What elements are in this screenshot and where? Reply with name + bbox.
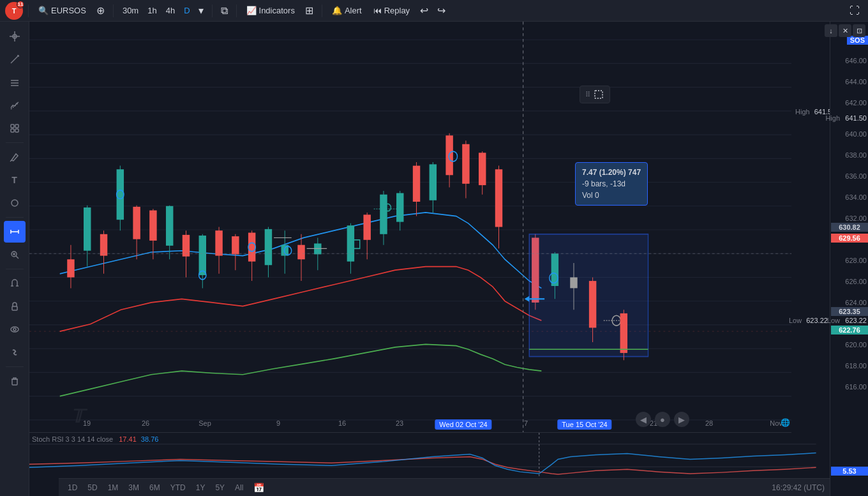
nav-next[interactable]: ▶: [674, 412, 689, 427]
circle-tool[interactable]: [4, 192, 26, 214]
price-badge-630: 630.82: [831, 223, 868, 232]
text-tool[interactable]: T: [4, 169, 26, 191]
pen-tool[interactable]: [4, 146, 26, 168]
svg-rect-67: [215, 230, 222, 255]
crosshair-tool[interactable]: [4, 26, 26, 47]
svg-rect-125: [620, 313, 627, 353]
replay-icon: ⏮: [373, 6, 382, 15]
price-620: 620.00: [845, 341, 867, 349]
zoom-tool[interactable]: [4, 244, 26, 266]
redo-btn[interactable]: ↪: [434, 3, 449, 19]
draw-tool[interactable]: [4, 49, 26, 70]
svg-rect-9: [15, 124, 19, 128]
calendar-btn[interactable]: 📅: [250, 481, 268, 494]
sep2: [113, 4, 114, 17]
nav-prev[interactable]: ◀: [636, 412, 651, 427]
axis-nav: ↓ ✕ ⊡: [822, 22, 868, 40]
price-badge-622: 622.76: [831, 326, 868, 334]
date-9: 9: [276, 419, 280, 427]
svg-rect-97: [413, 166, 420, 202]
date-23: 23: [396, 419, 403, 427]
period-all[interactable]: All: [231, 482, 247, 493]
date-highlight-oct2: Wed 02 Oct '24: [435, 419, 491, 430]
tf-4h[interactable]: 4h: [162, 4, 179, 17]
svg-rect-106: [479, 153, 486, 185]
eye-tool[interactable]: [4, 319, 26, 340]
date-16: 16: [338, 419, 346, 427]
drag-icon: ⠿: [585, 91, 590, 99]
svg-rect-10: [11, 129, 14, 132]
regression-tool[interactable]: [4, 94, 26, 116]
chart-type-btn[interactable]: ⧉: [218, 3, 231, 19]
logo[interactable]: T 11: [5, 2, 23, 20]
period-3m[interactable]: 3M: [124, 482, 143, 493]
date-26: 26: [142, 419, 149, 427]
timeframe-selector: 30m 1h 4h D ▾: [119, 3, 207, 19]
toolbar: T 11 🔍 EURSOS ⊕ 30m 1h 4h D ▾ ⧉ 📈 Indica…: [0, 0, 868, 22]
rsi-value1: 17.41: [119, 435, 137, 443]
svg-rect-11: [15, 129, 19, 132]
svg-rect-104: [462, 144, 469, 184]
selection-tool-widget[interactable]: ⠿: [580, 86, 610, 103]
tf-dropdown[interactable]: ▾: [195, 3, 207, 19]
trash-tool[interactable]: [4, 370, 26, 392]
search-symbol[interactable]: 🔍 EURSOS: [34, 4, 91, 17]
price-628: 628.00: [845, 257, 867, 264]
nav-play[interactable]: ●: [655, 412, 670, 427]
add-symbol-btn[interactable]: ⊕: [93, 3, 108, 19]
tf-30m[interactable]: 30m: [119, 4, 142, 17]
svg-rect-91: [380, 195, 387, 234]
chart-area[interactable]: ○: [29, 22, 830, 496]
period-5d[interactable]: 5D: [84, 482, 101, 493]
sep5: [322, 4, 322, 17]
price-badge-623: 623.35: [831, 307, 868, 316]
date-19: 19: [83, 419, 91, 427]
price-644: 644.00: [845, 78, 867, 86]
undo-btn[interactable]: ↩: [417, 3, 431, 19]
svg-rect-64: [199, 236, 206, 275]
timezone-icon[interactable]: 🌐: [781, 418, 790, 427]
sidebar-sep4: [6, 366, 24, 367]
svg-rect-95: [396, 193, 403, 222]
link-tool[interactable]: [4, 342, 26, 363]
chart-nav-circles: ◀ ● ▶: [636, 412, 689, 427]
templates-btn[interactable]: ⊞: [302, 3, 317, 19]
magnet-tool[interactable]: [4, 273, 26, 294]
patterns-tool[interactable]: [4, 117, 26, 139]
tf-d[interactable]: D: [180, 4, 193, 17]
axis-down[interactable]: ↓: [825, 24, 837, 37]
period-1d[interactable]: 1D: [64, 482, 81, 493]
svg-rect-69: [232, 236, 239, 254]
price-640: 640.00: [845, 130, 867, 138]
alert-btn[interactable]: 🔔 Alert: [327, 4, 366, 17]
right-price-axis: ↓ ✕ ⊡ SOS 646.00 644.00 642.00 High 641.…: [830, 22, 868, 496]
replay-btn[interactable]: ⏮ Replay: [369, 4, 414, 17]
svg-line-18: [16, 256, 19, 259]
svg-line-3: [11, 56, 19, 63]
fullscreen-btn[interactable]: ⛶: [846, 3, 863, 19]
price-badge-current: 629.56: [831, 234, 868, 243]
price-618: 618.00: [845, 362, 867, 370]
tf-1h[interactable]: 1h: [144, 4, 160, 17]
price-638: 638.00: [845, 151, 867, 159]
period-5y[interactable]: 5Y: [211, 482, 228, 493]
watermark: 𝕋: [71, 406, 84, 427]
price-616: 616.00: [845, 383, 867, 391]
lock-tool[interactable]: [4, 296, 26, 317]
replay-label: Replay: [384, 6, 410, 15]
axis-reset[interactable]: ⊡: [853, 24, 865, 37]
svg-point-25: [13, 328, 16, 331]
high-label: High 641.50: [795, 108, 830, 116]
period-ytd[interactable]: YTD: [167, 482, 190, 493]
period-1y[interactable]: 1Y: [192, 482, 209, 493]
indicators-btn[interactable]: 📈 Indicators: [242, 4, 299, 17]
measure-tool[interactable]: [4, 221, 26, 243]
sep3: [212, 4, 213, 17]
date-7: 7: [524, 419, 528, 427]
axis-close[interactable]: ✕: [839, 24, 851, 37]
period-6m[interactable]: 6M: [146, 482, 164, 493]
period-1m[interactable]: 1M: [104, 482, 123, 493]
svg-point-24: [11, 327, 19, 332]
lines-tool[interactable]: [4, 71, 26, 93]
svg-rect-58: [149, 211, 156, 241]
